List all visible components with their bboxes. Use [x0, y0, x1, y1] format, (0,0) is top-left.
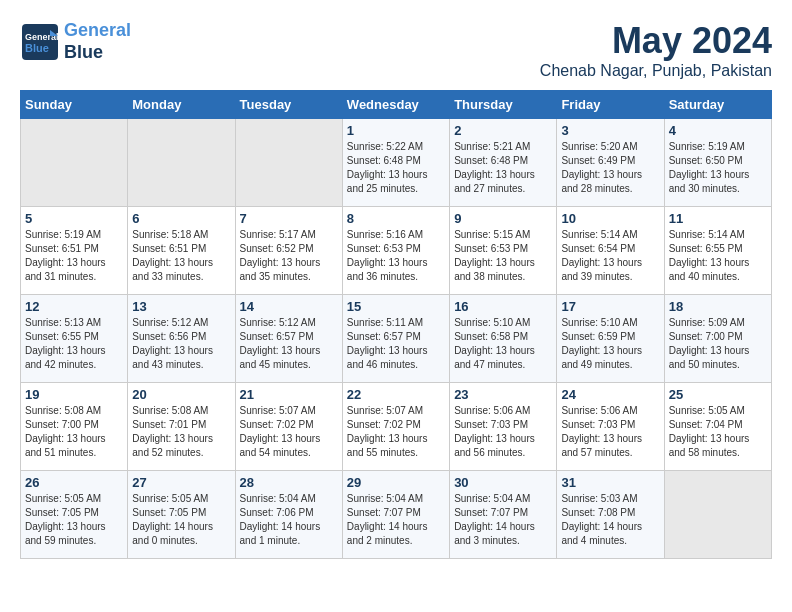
day-info: Sunrise: 5:21 AMSunset: 6:48 PMDaylight:…	[454, 140, 552, 196]
calendar-cell: 2Sunrise: 5:21 AMSunset: 6:48 PMDaylight…	[450, 119, 557, 207]
day-number: 7	[240, 211, 338, 226]
weekday-header-wednesday: Wednesday	[342, 91, 449, 119]
calendar-week-3: 12Sunrise: 5:13 AMSunset: 6:55 PMDayligh…	[21, 295, 772, 383]
day-number: 20	[132, 387, 230, 402]
calendar-cell: 29Sunrise: 5:04 AMSunset: 7:07 PMDayligh…	[342, 471, 449, 559]
day-number: 13	[132, 299, 230, 314]
calendar-header: SundayMondayTuesdayWednesdayThursdayFrid…	[21, 91, 772, 119]
day-number: 6	[132, 211, 230, 226]
calendar-cell: 4Sunrise: 5:19 AMSunset: 6:50 PMDaylight…	[664, 119, 771, 207]
calendar-cell	[664, 471, 771, 559]
day-number: 18	[669, 299, 767, 314]
day-info: Sunrise: 5:22 AMSunset: 6:48 PMDaylight:…	[347, 140, 445, 196]
day-info: Sunrise: 5:16 AMSunset: 6:53 PMDaylight:…	[347, 228, 445, 284]
logo-icon: General Blue	[20, 22, 60, 62]
day-number: 24	[561, 387, 659, 402]
day-number: 30	[454, 475, 552, 490]
day-number: 11	[669, 211, 767, 226]
calendar-cell: 9Sunrise: 5:15 AMSunset: 6:53 PMDaylight…	[450, 207, 557, 295]
weekday-header-friday: Friday	[557, 91, 664, 119]
calendar-cell: 15Sunrise: 5:11 AMSunset: 6:57 PMDayligh…	[342, 295, 449, 383]
calendar-cell: 31Sunrise: 5:03 AMSunset: 7:08 PMDayligh…	[557, 471, 664, 559]
day-info: Sunrise: 5:04 AMSunset: 7:07 PMDaylight:…	[454, 492, 552, 548]
calendar-cell: 28Sunrise: 5:04 AMSunset: 7:06 PMDayligh…	[235, 471, 342, 559]
day-number: 14	[240, 299, 338, 314]
day-number: 1	[347, 123, 445, 138]
day-info: Sunrise: 5:11 AMSunset: 6:57 PMDaylight:…	[347, 316, 445, 372]
day-info: Sunrise: 5:07 AMSunset: 7:02 PMDaylight:…	[240, 404, 338, 460]
day-number: 12	[25, 299, 123, 314]
day-info: Sunrise: 5:10 AMSunset: 6:59 PMDaylight:…	[561, 316, 659, 372]
calendar-cell	[21, 119, 128, 207]
day-info: Sunrise: 5:12 AMSunset: 6:56 PMDaylight:…	[132, 316, 230, 372]
day-info: Sunrise: 5:05 AMSunset: 7:04 PMDaylight:…	[669, 404, 767, 460]
calendar-cell: 18Sunrise: 5:09 AMSunset: 7:00 PMDayligh…	[664, 295, 771, 383]
calendar-table: SundayMondayTuesdayWednesdayThursdayFrid…	[20, 90, 772, 559]
day-info: Sunrise: 5:19 AMSunset: 6:51 PMDaylight:…	[25, 228, 123, 284]
calendar-cell: 1Sunrise: 5:22 AMSunset: 6:48 PMDaylight…	[342, 119, 449, 207]
day-info: Sunrise: 5:05 AMSunset: 7:05 PMDaylight:…	[25, 492, 123, 548]
month-title: May 2024	[540, 20, 772, 62]
day-info: Sunrise: 5:06 AMSunset: 7:03 PMDaylight:…	[561, 404, 659, 460]
day-info: Sunrise: 5:10 AMSunset: 6:58 PMDaylight:…	[454, 316, 552, 372]
calendar-week-1: 1Sunrise: 5:22 AMSunset: 6:48 PMDaylight…	[21, 119, 772, 207]
calendar-cell: 17Sunrise: 5:10 AMSunset: 6:59 PMDayligh…	[557, 295, 664, 383]
calendar-cell: 27Sunrise: 5:05 AMSunset: 7:05 PMDayligh…	[128, 471, 235, 559]
day-info: Sunrise: 5:14 AMSunset: 6:54 PMDaylight:…	[561, 228, 659, 284]
day-number: 17	[561, 299, 659, 314]
calendar-week-4: 19Sunrise: 5:08 AMSunset: 7:00 PMDayligh…	[21, 383, 772, 471]
calendar-body: 1Sunrise: 5:22 AMSunset: 6:48 PMDaylight…	[21, 119, 772, 559]
calendar-cell: 10Sunrise: 5:14 AMSunset: 6:54 PMDayligh…	[557, 207, 664, 295]
day-info: Sunrise: 5:15 AMSunset: 6:53 PMDaylight:…	[454, 228, 552, 284]
day-info: Sunrise: 5:06 AMSunset: 7:03 PMDaylight:…	[454, 404, 552, 460]
calendar-cell	[128, 119, 235, 207]
day-info: Sunrise: 5:05 AMSunset: 7:05 PMDaylight:…	[132, 492, 230, 548]
calendar-cell: 25Sunrise: 5:05 AMSunset: 7:04 PMDayligh…	[664, 383, 771, 471]
svg-text:Blue: Blue	[25, 42, 49, 54]
day-number: 10	[561, 211, 659, 226]
day-number: 16	[454, 299, 552, 314]
day-info: Sunrise: 5:13 AMSunset: 6:55 PMDaylight:…	[25, 316, 123, 372]
calendar-week-2: 5Sunrise: 5:19 AMSunset: 6:51 PMDaylight…	[21, 207, 772, 295]
day-number: 4	[669, 123, 767, 138]
day-info: Sunrise: 5:12 AMSunset: 6:57 PMDaylight:…	[240, 316, 338, 372]
day-number: 15	[347, 299, 445, 314]
day-info: Sunrise: 5:03 AMSunset: 7:08 PMDaylight:…	[561, 492, 659, 548]
calendar-cell: 24Sunrise: 5:06 AMSunset: 7:03 PMDayligh…	[557, 383, 664, 471]
day-info: Sunrise: 5:14 AMSunset: 6:55 PMDaylight:…	[669, 228, 767, 284]
day-number: 31	[561, 475, 659, 490]
calendar-cell: 23Sunrise: 5:06 AMSunset: 7:03 PMDayligh…	[450, 383, 557, 471]
day-info: Sunrise: 5:04 AMSunset: 7:06 PMDaylight:…	[240, 492, 338, 548]
weekday-row: SundayMondayTuesdayWednesdayThursdayFrid…	[21, 91, 772, 119]
day-number: 27	[132, 475, 230, 490]
calendar-cell: 5Sunrise: 5:19 AMSunset: 6:51 PMDaylight…	[21, 207, 128, 295]
logo: General Blue GeneralBlue	[20, 20, 131, 63]
calendar-cell: 12Sunrise: 5:13 AMSunset: 6:55 PMDayligh…	[21, 295, 128, 383]
title-block: May 2024 Chenab Nagar, Punjab, Pakistan	[540, 20, 772, 80]
calendar-cell: 8Sunrise: 5:16 AMSunset: 6:53 PMDaylight…	[342, 207, 449, 295]
day-number: 21	[240, 387, 338, 402]
calendar-cell: 16Sunrise: 5:10 AMSunset: 6:58 PMDayligh…	[450, 295, 557, 383]
calendar-cell: 11Sunrise: 5:14 AMSunset: 6:55 PMDayligh…	[664, 207, 771, 295]
weekday-header-saturday: Saturday	[664, 91, 771, 119]
calendar-cell: 19Sunrise: 5:08 AMSunset: 7:00 PMDayligh…	[21, 383, 128, 471]
day-number: 26	[25, 475, 123, 490]
calendar-cell: 26Sunrise: 5:05 AMSunset: 7:05 PMDayligh…	[21, 471, 128, 559]
weekday-header-sunday: Sunday	[21, 91, 128, 119]
day-info: Sunrise: 5:17 AMSunset: 6:52 PMDaylight:…	[240, 228, 338, 284]
day-number: 5	[25, 211, 123, 226]
day-number: 8	[347, 211, 445, 226]
calendar-cell: 3Sunrise: 5:20 AMSunset: 6:49 PMDaylight…	[557, 119, 664, 207]
day-info: Sunrise: 5:07 AMSunset: 7:02 PMDaylight:…	[347, 404, 445, 460]
day-number: 19	[25, 387, 123, 402]
day-number: 23	[454, 387, 552, 402]
calendar-cell: 7Sunrise: 5:17 AMSunset: 6:52 PMDaylight…	[235, 207, 342, 295]
logo-text: GeneralBlue	[64, 20, 131, 63]
calendar-week-5: 26Sunrise: 5:05 AMSunset: 7:05 PMDayligh…	[21, 471, 772, 559]
day-info: Sunrise: 5:20 AMSunset: 6:49 PMDaylight:…	[561, 140, 659, 196]
day-info: Sunrise: 5:04 AMSunset: 7:07 PMDaylight:…	[347, 492, 445, 548]
location-title: Chenab Nagar, Punjab, Pakistan	[540, 62, 772, 80]
day-info: Sunrise: 5:08 AMSunset: 7:00 PMDaylight:…	[25, 404, 123, 460]
weekday-header-tuesday: Tuesday	[235, 91, 342, 119]
calendar-cell: 22Sunrise: 5:07 AMSunset: 7:02 PMDayligh…	[342, 383, 449, 471]
